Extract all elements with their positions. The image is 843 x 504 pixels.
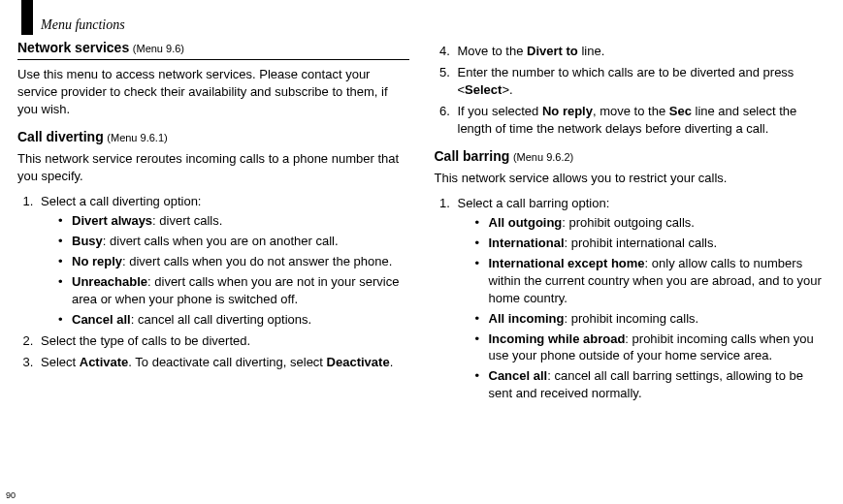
text: >. xyxy=(502,82,512,97)
list-item: Divert always: divert calls. xyxy=(58,212,409,230)
list-item: International except home: only allow ca… xyxy=(475,255,827,307)
text: . xyxy=(390,355,394,369)
subsection-menu-path: (Menu 9.6.1) xyxy=(107,132,167,143)
list-item: Cancel all: cancel all call diverting op… xyxy=(58,311,409,329)
text: Select xyxy=(41,355,80,369)
select-label: Select xyxy=(465,82,502,97)
list-item: No reply: divert calls when you do not a… xyxy=(58,253,409,270)
step-3: Select Activate. To deactivate call dive… xyxy=(37,354,409,371)
option-term: Divert always xyxy=(72,213,152,228)
option-desc: : divert calls. xyxy=(152,213,222,228)
step-1: Select a call diverting option: Divert a… xyxy=(37,193,409,329)
option-term: Cancel all xyxy=(72,312,131,327)
option-desc: : divert calls when you do not answer th… xyxy=(122,254,392,268)
deactivate-label: Deactivate xyxy=(327,355,390,369)
step-1-label: Select a call barring option: xyxy=(458,196,610,210)
page-number: 90 xyxy=(6,490,16,500)
section-menu-path: (Menu 9.6) xyxy=(133,43,184,54)
list-item: Incoming while abroad: prohibit incoming… xyxy=(475,331,827,365)
step-5: Enter the number to which calls are to b… xyxy=(454,64,827,99)
barring-options: All outgoing: prohibit outgoing calls. I… xyxy=(458,214,827,402)
header-title: Menu functions xyxy=(41,17,125,32)
section-heading-row: Network services (Menu 9.6) xyxy=(17,39,409,60)
section-title: Network services xyxy=(17,40,129,55)
left-column: Network services (Menu 9.6) Use this men… xyxy=(17,39,409,406)
option-desc: : prohibit outgoing calls. xyxy=(562,215,695,230)
option-desc: : prohibit incoming calls. xyxy=(565,311,699,326)
list-item: All outgoing: prohibit outgoing calls. xyxy=(475,214,827,232)
diverting-steps: Select a call diverting option: Divert a… xyxy=(17,193,409,370)
page-header: Menu functions xyxy=(23,10,826,25)
no-reply-label: No reply xyxy=(542,104,593,118)
option-desc: : prohibit international calls. xyxy=(565,236,718,250)
diverting-options: Divert always: divert calls. Busy: diver… xyxy=(41,212,409,329)
text: Move to the xyxy=(458,44,528,58)
option-term: Cancel all xyxy=(489,368,548,383)
option-term: No reply xyxy=(72,254,122,268)
diverting-steps-continued: Move to the Divert to line. Enter the nu… xyxy=(435,43,827,138)
step-1: Select a call barring option: All outgoi… xyxy=(454,195,827,402)
option-term: All incoming xyxy=(489,311,565,326)
activate-label: Activate xyxy=(80,355,129,369)
subsection-intro: This network service allows you to restr… xyxy=(435,170,827,187)
list-item: Busy: divert calls when you are on anoth… xyxy=(58,233,409,250)
sec-label: Sec xyxy=(669,104,692,118)
subsection-heading-row: Call barring (Menu 9.6.2) xyxy=(435,147,827,166)
step-2: Select the type of calls to be diverted. xyxy=(37,332,409,350)
step-1-label: Select a call diverting option: xyxy=(41,194,201,208)
subsection-title: Call diverting xyxy=(17,129,104,144)
list-item: All incoming: prohibit incoming calls. xyxy=(475,310,827,328)
option-desc: : divert calls when you are on another c… xyxy=(103,234,339,248)
option-term: International except home xyxy=(489,256,645,270)
section-intro: Use this menu to access network services… xyxy=(17,66,409,118)
option-term: All outgoing xyxy=(489,215,563,230)
barring-steps: Select a call barring option: All outgoi… xyxy=(435,195,827,402)
option-term: Unreachable xyxy=(72,274,147,289)
option-term: Busy xyxy=(72,234,103,248)
step-6: If you selected No reply, move to the Se… xyxy=(454,103,827,138)
text: , move to the xyxy=(593,104,669,118)
option-desc: : cancel all call diverting options. xyxy=(131,312,311,327)
list-item: International: prohibit international ca… xyxy=(475,235,827,252)
right-column: Move to the Divert to line. Enter the nu… xyxy=(435,39,827,406)
option-term: International xyxy=(489,236,565,250)
subsection-heading-row: Call diverting (Menu 9.6.1) xyxy=(17,128,409,146)
divert-to-label: Divert to xyxy=(527,44,578,58)
option-term: Incoming while abroad xyxy=(489,331,626,346)
subsection-intro: This network service reroutes incoming c… xyxy=(17,150,409,185)
header-bar-icon xyxy=(21,0,33,35)
subsection-title: Call barring xyxy=(435,148,510,164)
list-item: Cancel all: cancel all call barring sett… xyxy=(475,367,827,402)
text: . To deactivate call diverting, select xyxy=(128,355,326,369)
list-item: Unreachable: divert calls when you are n… xyxy=(58,273,409,308)
text: If you selected xyxy=(458,104,542,118)
text: line. xyxy=(578,44,604,58)
subsection-menu-path: (Menu 9.6.2) xyxy=(513,151,573,163)
step-4: Move to the Divert to line. xyxy=(454,43,827,60)
